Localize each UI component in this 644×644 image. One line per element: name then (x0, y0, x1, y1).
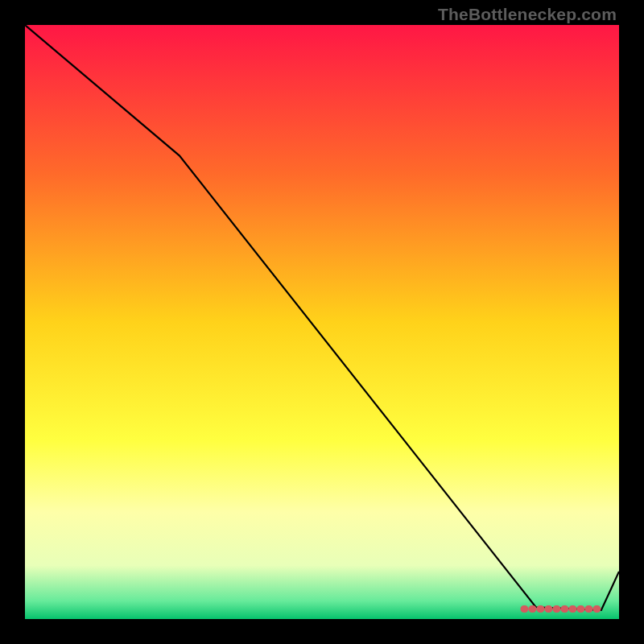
gradient-background (25, 25, 619, 619)
chart-frame: TheBottleneckер.com (0, 0, 644, 644)
plot-area (25, 25, 619, 619)
watermark-text: TheBottleneckер.com (438, 5, 617, 24)
chart-svg (25, 25, 619, 619)
